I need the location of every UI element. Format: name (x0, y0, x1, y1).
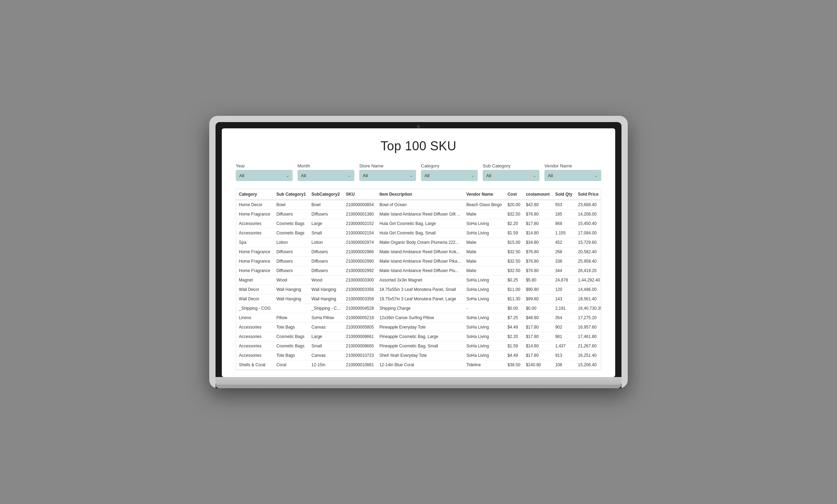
table-cell: $76.80 (523, 210, 552, 219)
col-header-costamount[interactable]: costamount (523, 189, 552, 200)
table-row: Home DecorBowlBowl210000000854Bowl of Oc… (236, 200, 601, 210)
table-cell: Accessories (236, 341, 273, 351)
table-cell: $1.59 (505, 341, 523, 351)
camera-notch (417, 125, 420, 128)
table-cell: Home Fragrance (236, 247, 273, 257)
table-cell: $0.00 (523, 304, 552, 313)
table-cell: Diffusers (273, 210, 309, 219)
col-header-sub-category1[interactable]: Sub Category1 (273, 189, 309, 200)
data-table-container[interactable]: Category Sub Category1 SubCategory2 SKU … (236, 189, 601, 370)
table-cell: 210000003358 (343, 294, 377, 304)
table-cell: Malie (463, 238, 505, 247)
table-cell: 210000005805 (343, 323, 377, 332)
filter-value-month: All (301, 173, 306, 178)
table-cell: Wall Hanging (309, 294, 343, 304)
table-cell: $140.80 (523, 360, 552, 370)
table-cell: Shell Yeah Everyday Tote (377, 351, 463, 360)
table-row: AccessoriesCosmetic BagsSmall21000000866… (236, 341, 601, 351)
table-cell: $90.80 (523, 285, 552, 294)
table-cell: 16,251.40 (575, 351, 601, 360)
table-cell: 26,419.20 (575, 266, 601, 276)
table-cell: _Shipping - C... (309, 304, 343, 313)
table-cell: Wood (309, 276, 343, 285)
table-cell: Accessories (236, 323, 273, 332)
table-cell: 120 (552, 285, 575, 294)
table-header: Category Sub Category1 SubCategory2 SKU … (236, 189, 601, 200)
filter-group-sub-category: Sub Category All ⌄ (483, 163, 540, 181)
table-cell (273, 304, 309, 313)
col-header-vendor-name[interactable]: Vendor Name (463, 189, 505, 200)
table-cell: 981 (552, 332, 575, 341)
table-cell: SoHa Living (463, 219, 505, 228)
col-header-sku[interactable]: SKU (343, 189, 377, 200)
table-cell: 23,668.40 (575, 200, 601, 210)
table-cell: $7.25 (505, 313, 523, 323)
table-cell: Diffusers (273, 257, 309, 266)
table-cell: 553 (552, 200, 575, 210)
table-cell: 210000003300 (343, 276, 377, 285)
col-header-item-description[interactable]: Item Description (377, 189, 463, 200)
chevron-down-icon: ⌄ (348, 173, 351, 178)
table-cell: Tideline (463, 360, 505, 370)
table-cell: 3-4in Asstd. Species Coral (377, 370, 463, 370)
table-cell: SoHa Living (463, 351, 505, 360)
data-table: Category Sub Category1 SubCategory2 SKU … (236, 189, 601, 370)
table-cell: Diffusers (273, 247, 309, 257)
table-cell: Magnet (236, 276, 273, 285)
table-cell: Lotion (273, 238, 309, 247)
table-row: Wall DecorWall HangingWall Hanging210000… (236, 294, 601, 304)
table-cell: 210000002974 (343, 238, 377, 247)
table-cell: 210000010881 (343, 360, 377, 370)
filter-select-category[interactable]: All ⌄ (421, 170, 478, 181)
table-cell: 12-15in (309, 360, 343, 370)
table-cell: Malie (463, 247, 505, 257)
filter-select-vendor-name[interactable]: All ⌄ (544, 170, 601, 181)
table-cell: 210000001380 (343, 210, 377, 219)
table-cell: Diffusers (309, 266, 343, 276)
table-cell: SoHa Living (463, 332, 505, 341)
table-row: AccessoriesTote BagsCanvas210000005805Pi… (236, 323, 601, 332)
table-cell: Cosmetic Bags (273, 341, 309, 351)
table-cell: 210000002152 (343, 219, 377, 228)
table-cell: Shells & Coral (236, 370, 273, 370)
col-header-cost[interactable]: Cost (505, 189, 523, 200)
filter-select-month[interactable]: All ⌄ (297, 170, 354, 181)
table-cell: $99.80 (523, 294, 552, 304)
table-cell: $2.20 (505, 332, 523, 341)
table-cell: $17.80 (523, 351, 552, 360)
table-cell: $5.80 (523, 276, 552, 285)
col-header-sold-price[interactable]: Sold Price (575, 189, 601, 200)
table-cell: $48.80 (523, 313, 552, 323)
col-header-category[interactable]: Category (236, 189, 273, 200)
table-cell: $17.80 (523, 219, 552, 228)
laptop-foot (216, 385, 621, 388)
table-cell: Cosmetic Bags (273, 332, 309, 341)
table-row: Home FragranceDiffusersDiffusers21000000… (236, 247, 601, 257)
filter-select-sub-category[interactable]: All ⌄ (483, 170, 540, 181)
table-cell: 15,450.40 (575, 219, 601, 228)
table-row: Home FragranceDiffusersDiffusers21000000… (236, 257, 601, 266)
table-cell: 15,729.60 (575, 238, 601, 247)
col-header-subcategory2[interactable]: SubCategory2 (309, 189, 343, 200)
table-cell: SoHa Living (463, 228, 505, 238)
table-cell: $76.80 (523, 247, 552, 257)
table-cell: $0.25 (505, 276, 523, 285)
table-cell: 19.75x55in 3 Leaf Monstera Panel, Small (377, 285, 463, 294)
table-cell: Malie (463, 266, 505, 276)
table-cell: $32.50 (505, 247, 523, 257)
filter-label-month: Month (297, 163, 354, 168)
table-cell: 17,275.20 (575, 313, 601, 323)
table-cell: 1,44,292.40 (575, 276, 601, 285)
filter-select-store-name[interactable]: All ⌄ (359, 170, 416, 181)
col-header-sold-qty[interactable]: Sold Qty (552, 189, 575, 200)
table-cell: 1,437 (552, 341, 575, 351)
table-cell: 108 (552, 360, 575, 370)
table-cell: 452 (552, 238, 575, 247)
table-cell: 16,957.60 (575, 323, 601, 332)
table-cell: 210000005218 (343, 313, 377, 323)
table-cell: Large (309, 332, 343, 341)
table-cell: 17,461.80 (575, 332, 601, 341)
filter-select-year[interactable]: All ⌄ (236, 170, 293, 181)
table-cell: Shells & Coral (236, 360, 273, 370)
laptop-base (216, 377, 621, 385)
